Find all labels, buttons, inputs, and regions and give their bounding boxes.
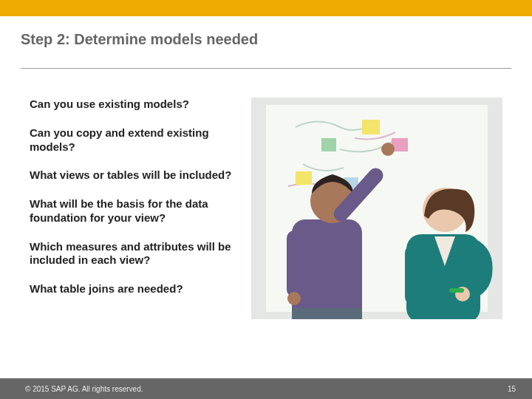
slide: Step 2: Determine models needed Can you … — [0, 0, 532, 399]
svg-point-13 — [287, 292, 301, 305]
question-item: What table joins are needed? — [30, 282, 239, 296]
svg-rect-7 — [292, 219, 362, 319]
question-item: Which measures and attributes will be in… — [30, 240, 239, 268]
footer-copyright: © 2015 SAP AG. All rights reserved. — [25, 385, 143, 393]
content-image — [251, 98, 502, 319]
svg-rect-5 — [296, 171, 312, 185]
question-item: What will be the basis for the data foun… — [30, 197, 239, 225]
svg-rect-12 — [287, 231, 301, 297]
svg-point-11 — [381, 143, 395, 156]
svg-rect-17 — [449, 288, 464, 293]
question-item: Can you copy and extend existing models? — [30, 126, 239, 154]
svg-rect-4 — [321, 138, 336, 151]
footer: © 2015 SAP AG. All rights reserved. 15 — [0, 378, 532, 399]
question-item: Can you use existing models? — [30, 98, 239, 112]
svg-rect-8 — [292, 308, 362, 319]
accent-bar — [0, 0, 532, 16]
svg-rect-18 — [405, 245, 420, 304]
question-item: What views or tables will be included? — [30, 168, 239, 183]
slide-title: Step 2: Determine models needed — [21, 31, 258, 48]
question-list: Can you use existing models? Can you cop… — [30, 98, 251, 319]
svg-rect-2 — [362, 120, 380, 134]
footer-page-number: 15 — [508, 385, 516, 393]
title-rule — [21, 68, 511, 69]
content-row: Can you use existing models? Can you cop… — [30, 98, 502, 319]
